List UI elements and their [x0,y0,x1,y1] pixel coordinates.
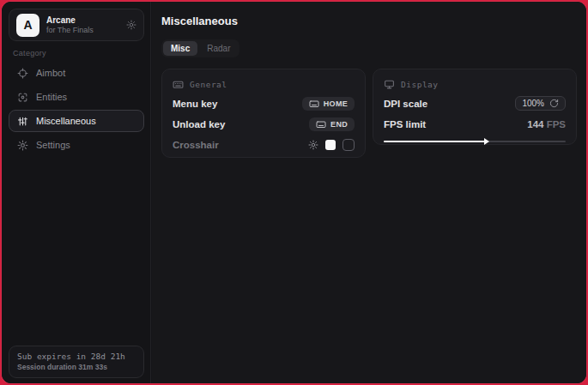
tab-radar[interactable]: Radar [199,41,238,56]
general-card-title: General [190,80,227,89]
fps-number: 144 [527,119,543,129]
app-window: A Arcane for The Finals Category Aimbot [2,2,586,383]
crosshair-icon [17,68,28,79]
keyboard-icon [309,99,319,109]
gear-icon [17,140,28,151]
dpi-scale-label: DPI scale [384,99,427,109]
fps-limit-label: FPS limit [384,119,426,129]
keyboard-icon [316,119,326,129]
dpi-scale-value: 100% [522,99,544,108]
sidebar-item-label: Entities [36,92,67,102]
menu-keybind-button[interactable]: HOME [302,97,355,111]
scan-icon [17,92,28,103]
menu-key-label: Menu key [173,99,217,109]
crosshair-label: Crosshair [173,140,219,150]
dpi-scale-button[interactable]: 100% [515,96,566,111]
crosshair-color-swatch[interactable] [325,140,336,150]
crosshair-controls [308,139,355,151]
fps-slider-fill [384,141,486,142]
display-card: Display DPI scale 100% FPS limit 144 FPS [373,69,577,145]
dpi-scale-row: DPI scale 100% [384,96,566,111]
tab-bar: Misc Radar [161,39,239,57]
sidebar-item-label: Settings [36,140,70,150]
app-subtitle: for The Finals [46,26,126,35]
sidebar-item-miscellaneous[interactable]: Miscellaneous [9,110,144,132]
keyboard-icon [173,79,184,90]
fps-slider[interactable] [384,138,566,145]
general-card-header: General [173,78,355,90]
sidebar-item-aimbot[interactable]: Aimbot [9,62,144,84]
app-logo: A [16,14,39,37]
fps-limit-value: 144 FPS [527,119,566,129]
crosshair-row: Crosshair [173,137,355,152]
display-card-header: Display [384,78,566,90]
category-label: Category [13,49,46,57]
crosshair-checkbox[interactable] [342,139,355,151]
page-title: Miscellaneous [161,15,238,27]
unload-key-value: END [330,120,348,129]
monitor-icon [384,79,395,90]
sidebar-item-label: Miscellaneous [36,116,96,126]
unload-key-label: Unload key [173,119,225,129]
menu-key-row: Menu key HOME [173,96,355,111]
subscription-status-card: Sub expires in 28d 21h Session duration … [9,346,144,378]
gear-icon[interactable] [126,20,136,30]
unload-key-row: Unload key END [173,117,355,131]
menu-key-value: HOME [324,99,348,108]
sidebar-header-card: A Arcane for The Finals [9,9,144,41]
sidebar-item-entities[interactable]: Entities [9,86,144,108]
display-card-title: Display [401,80,439,89]
tab-misc[interactable]: Misc [163,41,197,56]
sidebar: A Arcane for The Finals Category Aimbot [2,2,151,383]
unload-keybind-button[interactable]: END [309,117,355,131]
sliders-icon [17,116,28,127]
sidebar-item-label: Aimbot [36,68,65,78]
general-card: General Menu key HOME Unload key END [161,69,366,158]
gear-icon[interactable] [308,140,318,150]
app-titles: Arcane for The Finals [46,15,126,35]
sidebar-nav: Aimbot Entities Miscellaneous Settings [9,62,144,158]
app-name: Arcane [46,15,126,26]
fps-limit-row: FPS limit 144 FPS [384,117,566,131]
sub-expiry-text: Sub expires in 28d 21h [17,351,136,362]
main-content: Miscellaneous Misc Radar General Menu ke… [152,2,586,383]
refresh-icon[interactable] [549,99,559,108]
fps-unit: FPS [547,119,566,129]
fps-slider-handle[interactable] [484,138,489,145]
sidebar-item-settings[interactable]: Settings [9,134,144,156]
session-duration-text: Session duration 31m 33s [17,362,136,372]
